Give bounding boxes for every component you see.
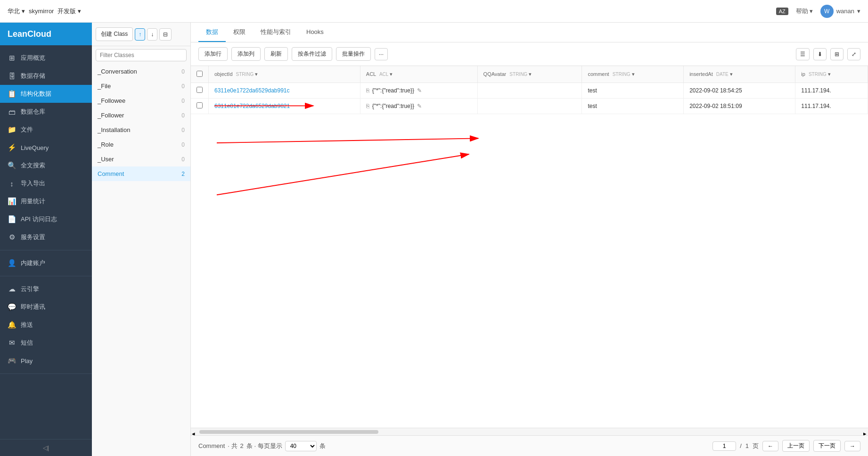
- filter-classes-button[interactable]: ⊟: [159, 28, 172, 41]
- sidebar-collapse-button[interactable]: ◁|: [0, 439, 92, 456]
- fullscreen-button[interactable]: ⤢: [847, 48, 860, 60]
- refresh-button[interactable]: 刷新: [264, 47, 288, 61]
- class-item-followee[interactable]: _Followee 0: [92, 93, 190, 108]
- class-item-follower[interactable]: _Follower 0: [92, 108, 190, 123]
- sidebar-item-realtime-comm[interactable]: 💬 即时通讯: [0, 298, 92, 316]
- edit-icon[interactable]: ✎: [417, 103, 422, 109]
- class-item-user[interactable]: _User 0: [92, 152, 190, 166]
- warehouse-icon: 🗃: [8, 108, 16, 116]
- tab-hooks[interactable]: Hooks: [299, 24, 331, 41]
- col-acl[interactable]: ACL ACL ▾: [360, 66, 477, 83]
- tab-perf-index[interactable]: 性能与索引: [253, 23, 299, 42]
- sidebar-item-fulltext-search[interactable]: 🔍 全文搜索: [0, 157, 92, 174]
- class-toolbar: 创建 Class ↑ ↓ ⊟: [92, 23, 190, 46]
- table-icon: 📋: [8, 90, 16, 98]
- grid-button[interactable]: ⊞: [830, 48, 843, 60]
- tab-data[interactable]: 数据: [198, 23, 226, 42]
- sort-asc-button[interactable]: ↑: [135, 28, 145, 41]
- next-page-label-button[interactable]: 下一页: [813, 440, 841, 452]
- sidebar-item-play[interactable]: 🎮 Play: [0, 352, 92, 370]
- copy-icon[interactable]: ⎘: [366, 87, 369, 94]
- topbar-region[interactable]: 华北 ▾: [8, 7, 25, 16]
- copy-icon[interactable]: ⎘: [366, 103, 369, 109]
- sidebar-item-app-overview[interactable]: ⊞ 应用概览: [0, 49, 92, 67]
- sidebar-item-usage-stats[interactable]: 📊 用量统计: [0, 192, 92, 210]
- collapse-icon: ◁|: [43, 444, 49, 451]
- tab-permissions[interactable]: 权限: [226, 23, 253, 42]
- batch-button[interactable]: 批量操作: [336, 47, 371, 61]
- col-objectid[interactable]: objectId STRING ▾: [209, 66, 360, 83]
- row-objectid[interactable]: 6311e01e722da6529dab9821: [209, 99, 360, 114]
- sidebar-item-label: 文件: [21, 125, 33, 134]
- avatar: W: [820, 5, 834, 18]
- row-checkbox-cell[interactable]: [191, 99, 209, 114]
- per-page-select[interactable]: 40 100 200: [285, 441, 317, 451]
- row-objectid[interactable]: 6311e0e1722da6529dab991c: [209, 83, 360, 99]
- sidebar-item-label: 云引擎: [21, 285, 39, 293]
- class-item-conversation[interactable]: _Conversation 0: [92, 64, 190, 79]
- page-number-input[interactable]: [712, 441, 736, 451]
- class-item-role[interactable]: _Role 0: [92, 137, 190, 152]
- row-qqavatar: [477, 83, 582, 99]
- scrollbar-thumb[interactable]: [199, 430, 378, 434]
- chat-icon: 💬: [8, 303, 16, 311]
- prev-page-button[interactable]: ←: [762, 441, 778, 451]
- sidebar-item-sms[interactable]: ✉ 短信: [0, 334, 92, 352]
- sidebar-item-data-storage[interactable]: 🗄 数据存储: [0, 67, 92, 85]
- columns-button[interactable]: ☰: [796, 48, 810, 60]
- sidebar-item-push[interactable]: 🔔 推送: [0, 316, 92, 334]
- prev-page-label-button[interactable]: 上一页: [782, 440, 810, 452]
- edit-icon[interactable]: ✎: [417, 87, 422, 94]
- sidebar-item-api-log[interactable]: 📄 API 访问日志: [0, 210, 92, 228]
- sidebar-item-label: 数据存储: [21, 72, 45, 80]
- col-ip[interactable]: ip STRING ▾: [795, 66, 868, 83]
- class-name: _Installation: [98, 126, 130, 133]
- sidebar-item-livequery[interactable]: ⚡ LiveQuery: [0, 139, 92, 157]
- class-item-installation[interactable]: _Installation 0: [92, 123, 190, 137]
- add-row-button[interactable]: 添加行: [198, 47, 228, 61]
- sidebar-item-label: API 访问日志: [21, 215, 57, 224]
- class-item-comment[interactable]: Comment 2: [92, 166, 190, 181]
- class-name: _Followee: [98, 97, 125, 104]
- sort-desc-button[interactable]: ↓: [147, 28, 157, 41]
- select-all-col[interactable]: [191, 66, 209, 83]
- download-button[interactable]: ⬇: [813, 48, 827, 60]
- filter-button[interactable]: 按条件过滤: [292, 47, 332, 61]
- data-table: objectId STRING ▾ ACL ACL ▾ QQAvatar STR…: [191, 66, 868, 114]
- user-menu[interactable]: W wanan ▾: [820, 5, 860, 18]
- sms-icon: ✉: [8, 339, 16, 347]
- sidebar-item-data-warehouse[interactable]: 🗃 数据仓库: [0, 103, 92, 121]
- table-row: 6311e0e1722da6529dab991c ⎘ {"*":{"read":…: [191, 83, 868, 99]
- col-qqavatar[interactable]: QQAvatar STRING ▾: [477, 66, 582, 83]
- select-all-checkbox[interactable]: [197, 71, 203, 77]
- footer-info: Comment · 共 2 条 · 每页显示 40 100 200 条: [198, 441, 326, 451]
- sidebar-section-account: 👤 内建账户: [0, 250, 92, 276]
- more-button[interactable]: ···: [375, 48, 388, 60]
- row-checkbox[interactable]: [197, 87, 203, 93]
- row-checkbox[interactable]: [197, 102, 203, 108]
- create-class-button[interactable]: 创建 Class: [96, 27, 133, 41]
- page-separator: /: [740, 442, 742, 449]
- row-checkbox-cell[interactable]: [191, 83, 209, 99]
- sidebar-item-builtin-account[interactable]: 👤 内建账户: [0, 254, 92, 272]
- sidebar-item-files[interactable]: 📁 文件: [0, 121, 92, 139]
- sidebar-item-import-export[interactable]: ↕ 导入导出: [0, 174, 92, 192]
- col-insertedat[interactable]: insertedAt DATE ▾: [684, 66, 795, 83]
- add-col-button[interactable]: 添加列: [231, 47, 261, 61]
- next-page-button[interactable]: →: [844, 441, 860, 451]
- sidebar-item-structured-data[interactable]: 📋 结构化数据: [0, 85, 92, 103]
- footer-bar: Comment · 共 2 条 · 每页显示 40 100 200 条 / 1 …: [191, 435, 868, 456]
- sidebar-item-service-settings[interactable]: ⚙ 服务设置: [0, 228, 92, 246]
- sidebar-item-cloud-engine[interactable]: ☁ 云引擎: [0, 280, 92, 298]
- sidebar-item-label: Play: [21, 357, 33, 365]
- logo-text: LeanCloud: [8, 29, 51, 39]
- topbar-env[interactable]: 开发版 ▾: [57, 7, 81, 16]
- help-button[interactable]: 帮助 ▾: [796, 7, 813, 16]
- col-comment[interactable]: comment STRING ▾: [582, 66, 684, 83]
- filter-classes-input[interactable]: [96, 49, 187, 61]
- horizontal-scrollbar[interactable]: ◂ ▸: [191, 428, 868, 435]
- scroll-right-arrow[interactable]: ▸: [863, 430, 867, 434]
- home-icon: ⊞: [8, 54, 16, 62]
- scroll-left-arrow[interactable]: ◂: [192, 430, 196, 434]
- class-item-file[interactable]: _File 0: [92, 79, 190, 93]
